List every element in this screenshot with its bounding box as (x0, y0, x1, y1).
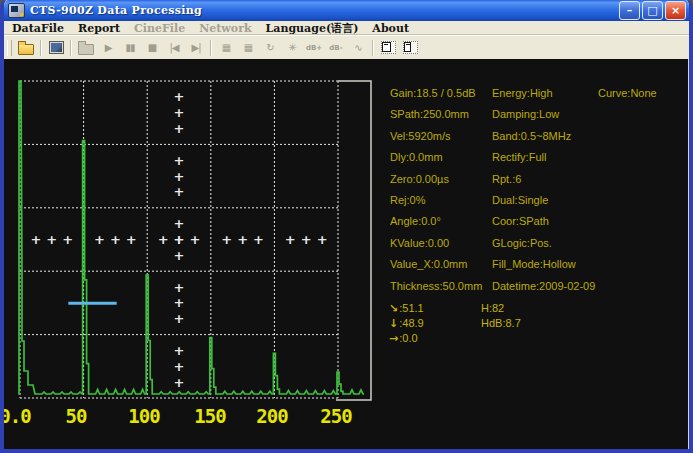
param-value: Datetime:2009-02-09 (492, 280, 595, 292)
save-frame-icon: ▦ (244, 42, 252, 53)
folder-open-icon (78, 44, 94, 55)
toolbar-grip[interactable] (7, 40, 12, 56)
param-value: Curve:None (598, 87, 657, 99)
client-area: ++++++++++++++++++++++++++++++ 0.0501001… (4, 59, 689, 450)
scale-plus-mark: + (174, 311, 185, 326)
gate-curve-icon: ∿ (354, 42, 361, 53)
scale-plus-mark: + (110, 232, 121, 247)
param-value: Rectify:Full (492, 151, 546, 163)
save-frame-button: ▦ (237, 38, 259, 57)
param-value: Band:0.5~8MHz (492, 130, 571, 142)
param-value: Energy:High (492, 87, 553, 99)
layout-single-button[interactable] (377, 38, 399, 57)
param-value: Rej:0% (390, 194, 425, 206)
menu-item-datafile[interactable]: DataFile (5, 22, 71, 35)
db-minus-icon: dB- (329, 44, 342, 52)
next-frame-button: ▶| (185, 38, 207, 57)
db-plus-button: dB+ (303, 38, 325, 57)
maximize-button[interactable]: □ (642, 1, 663, 20)
scale-plus-mark: + (158, 232, 169, 247)
scale-plus-mark: + (174, 216, 185, 231)
measurement-value: :0.0 (399, 332, 417, 344)
scale-plus-mark: + (174, 153, 185, 168)
param-value: Dual:Single (492, 194, 548, 206)
measurement-value: :48.9 (399, 317, 423, 329)
open-file-button[interactable] (15, 38, 37, 57)
measurement-right-value: HdB:8.7 (481, 317, 521, 329)
scale-plus-mark: + (174, 232, 185, 247)
freeze-icon: ✳ (288, 42, 295, 53)
arrow-right-icon: → (389, 332, 398, 345)
measurement-row: ↓:48.9 (389, 317, 424, 330)
scale-plus-mark: + (174, 280, 185, 295)
measurement-row: →:0.0 (389, 332, 418, 345)
param-value: Thickness:50.0mm (390, 280, 482, 292)
report-view-button[interactable] (45, 38, 67, 57)
x-axis-tick: 100 (128, 405, 159, 427)
toolbar-separator (70, 40, 72, 56)
scale-plus-mark: + (317, 232, 328, 247)
save-cine-icon: ▦ (222, 42, 230, 53)
db-minus-button: dB- (325, 38, 347, 57)
toolbar-separator (40, 40, 42, 56)
menu-item-cinefile: CineFile (127, 22, 192, 35)
scale-plus-mark: + (126, 232, 137, 247)
scale-plus-mark: + (174, 169, 185, 184)
window-layout-icon (403, 41, 418, 54)
layout-multi-button[interactable] (399, 38, 421, 57)
app-icon (8, 3, 25, 18)
scale-plus-mark: + (174, 343, 185, 358)
play-icon: ▶ (105, 42, 112, 53)
scale-plus-mark: + (174, 184, 185, 199)
x-axis-tick: 150 (194, 405, 225, 427)
play-button: ▶ (97, 38, 119, 57)
scale-plus-mark: + (62, 232, 73, 247)
scope-edge-highlight (336, 81, 371, 400)
scale-plus-mark: + (94, 232, 105, 247)
menu-item-network: Network (192, 22, 258, 35)
folder-open-icon (18, 44, 34, 55)
menu-item-language[interactable]: Language(语言) (259, 21, 366, 36)
refresh-icon: ↻ (266, 42, 273, 53)
picture-icon (49, 41, 64, 54)
param-value: Angle:0.0° (390, 215, 441, 227)
menu-bar: DataFileReportCineFileNetworkLanguage(语言… (4, 21, 689, 35)
scale-plus-mark: + (237, 232, 248, 247)
gate-curve-button: ∿ (347, 38, 369, 57)
measurement-right-value: H:82 (481, 302, 504, 314)
x-axis-tick: 50 (66, 405, 87, 427)
param-value: Value_X:0.0mm (390, 258, 467, 270)
param-value: KValue:0.00 (390, 237, 449, 249)
app-window: CTS-900Z Data Processing – □ × DataFileR… (0, 0, 693, 453)
param-value: Gain:18.5 / 0.5dB (390, 87, 476, 99)
scale-plus-mark: + (174, 375, 185, 390)
cine-open-button (75, 38, 97, 57)
scale-plus-mark: + (174, 248, 185, 263)
close-button[interactable]: × (665, 1, 686, 20)
menu-item-report[interactable]: Report (71, 22, 127, 35)
minimize-button[interactable]: – (619, 1, 640, 20)
toolbar-separator (372, 40, 374, 56)
scale-plus-mark: + (285, 232, 296, 247)
scale-plus-mark: + (174, 295, 185, 310)
x-axis-tick: 0.0 (0, 405, 31, 427)
prev-frame-button: |◀ (163, 38, 185, 57)
a-scan-scope: ++++++++++++++++++++++++++++++ (18, 79, 374, 401)
stop-icon: ■ (148, 42, 156, 53)
arrow-down-icon: ↓ (389, 317, 398, 330)
param-value: GLogic:Pos. (492, 237, 552, 249)
param-value: Coor:SPath (492, 215, 549, 227)
param-value: Damping:Low (492, 108, 559, 120)
window-layout-icon (381, 41, 396, 54)
refresh-button: ↻ (259, 38, 281, 57)
toolbar-separator (210, 40, 212, 56)
param-value: Zero:0.00µs (390, 173, 449, 185)
pause-icon: ▮▮ (125, 42, 134, 53)
scale-plus-mark: + (174, 121, 185, 136)
param-value: SPath:250.0mm (390, 108, 469, 120)
scale-plus-mark: + (30, 232, 41, 247)
menu-item-about[interactable]: About (365, 22, 416, 35)
scale-plus-mark: + (174, 105, 185, 120)
freeze-button: ✳ (281, 38, 303, 57)
param-value: Vel:5920m/s (390, 130, 451, 142)
